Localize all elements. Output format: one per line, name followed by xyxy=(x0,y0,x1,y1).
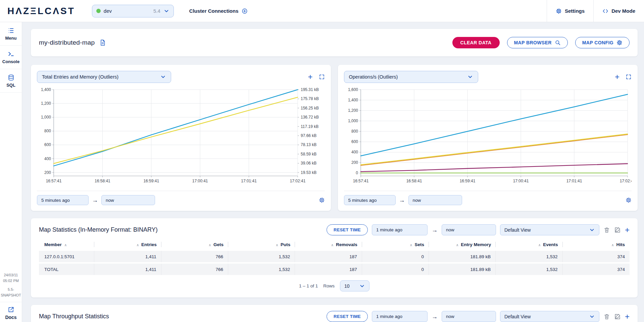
time-from-input[interactable]: 5 minutes ago xyxy=(344,195,396,205)
add-view-button[interactable]: + xyxy=(625,226,630,234)
table-row[interactable]: TOTAL1,4117661,5321870181.89 kB1,532374 xyxy=(39,264,630,275)
add-cluster-connection-icon[interactable] xyxy=(242,8,248,14)
view-select[interactable]: Default View xyxy=(500,224,599,235)
svg-text:400: 400 xyxy=(351,150,358,154)
svg-text:1,200: 1,200 xyxy=(348,108,358,113)
sidebar-item-menu[interactable]: Menu xyxy=(0,22,22,46)
svg-text:0: 0 xyxy=(356,171,358,175)
column-header[interactable]: ∧Removals xyxy=(295,242,362,247)
chart-settings-gear-icon[interactable] xyxy=(319,197,325,203)
metric-select[interactable]: Total Entries and Memory (Outliers) xyxy=(37,71,171,83)
reset-time-button[interactable]: RESET TIME xyxy=(327,224,368,235)
table-cell: 1,532 xyxy=(228,264,295,275)
line-chart: 16:57:4116:58:4116:59:4117:00:4117:01:41… xyxy=(344,87,632,186)
sidebar-item-sql[interactable]: SQL xyxy=(0,69,22,93)
add-view-button[interactable]: + xyxy=(625,313,630,321)
column-header[interactable]: Member∧ xyxy=(39,242,94,247)
map-throughput-title: Map Throughput Statistics xyxy=(39,313,109,320)
time-to-input[interactable]: now xyxy=(442,224,496,235)
pagination: 1 – 1 of 1 Rows 10 xyxy=(39,280,630,291)
svg-text:16:57:41: 16:57:41 xyxy=(46,179,62,183)
time-to-input[interactable]: now xyxy=(408,195,462,205)
svg-text:17:00:41: 17:00:41 xyxy=(192,179,208,183)
time-to-input[interactable]: now xyxy=(101,195,155,205)
map-config-label: MAP CONFIG xyxy=(582,40,613,45)
chevron-down-icon xyxy=(359,283,365,289)
table-row[interactable]: 127.0.0.1:57011,4117661,5321870181.89 kB… xyxy=(39,251,630,262)
table-cell: TOTAL xyxy=(39,264,94,275)
table-cell: 1,411 xyxy=(94,251,161,262)
dev-mode-button[interactable]: Dev Mode xyxy=(593,0,644,22)
svg-text:400: 400 xyxy=(44,156,51,161)
svg-text:16:59:41: 16:59:41 xyxy=(459,179,475,183)
code-icon xyxy=(602,8,608,14)
svg-text:1,400: 1,400 xyxy=(348,98,358,102)
sidebar: Menu Console SQL 24/03/11 05:02 PM 5.5- … xyxy=(0,22,22,322)
add-chart-icon[interactable]: + xyxy=(308,73,312,81)
column-header[interactable]: ∧Gets xyxy=(161,242,228,247)
svg-text:175.78 kB: 175.78 kB xyxy=(301,96,319,101)
delete-view-button[interactable] xyxy=(603,227,610,233)
column-header[interactable]: ∧Hits xyxy=(563,242,630,247)
range-arrow-icon: → xyxy=(399,197,405,203)
rows-per-page-select[interactable]: 10 xyxy=(340,280,369,291)
edit-view-button[interactable] xyxy=(614,227,621,233)
cluster-version: 5.4 xyxy=(153,8,160,14)
clear-data-button[interactable]: CLEAR DATA xyxy=(452,37,500,48)
map-browser-button[interactable]: MAP BROWSER xyxy=(507,37,568,48)
metric-select-value: Total Entries and Memory (Outliers) xyxy=(42,74,118,80)
cluster-name: dev xyxy=(104,8,112,14)
time-from-input[interactable]: 5 minutes ago xyxy=(37,195,89,205)
reset-time-button[interactable]: RESET TIME xyxy=(327,311,368,322)
view-select-value: Default View xyxy=(504,314,531,319)
table-cell: 127.0.0.1:5701 xyxy=(39,251,94,262)
svg-text:16:58:41: 16:58:41 xyxy=(406,179,422,183)
settings-button[interactable]: Settings xyxy=(547,0,593,22)
column-header[interactable]: ∧Puts xyxy=(228,242,295,247)
svg-text:200: 200 xyxy=(44,170,51,175)
svg-text:195.31 kB: 195.31 kB xyxy=(301,87,319,92)
sidebar-sql-label: SQL xyxy=(6,83,15,88)
chart-card-operations: Operations/s (Outliers) + 16:57:4116:58:… xyxy=(338,65,638,211)
delete-view-button[interactable] xyxy=(603,313,610,320)
column-header[interactable]: ∧Sets xyxy=(362,242,429,247)
map-statistics-title: Map Statistics (In-Memory Format: BINARY… xyxy=(39,226,158,233)
table-cell: 766 xyxy=(161,251,228,262)
range-arrow-icon: → xyxy=(432,314,438,320)
time-from-input[interactable]: 1 minute ago xyxy=(372,311,428,322)
table-cell: 181.89 kB xyxy=(429,264,496,275)
column-header[interactable]: ∧Entry Memory xyxy=(429,242,496,247)
edit-icon xyxy=(614,313,621,320)
cluster-select[interactable]: dev 5.4 xyxy=(92,5,174,17)
sidebar-item-console[interactable]: Console xyxy=(0,46,22,69)
table-cell: 1,532 xyxy=(496,251,562,262)
edit-view-button[interactable] xyxy=(614,313,621,320)
settings-label: Settings xyxy=(565,8,585,14)
add-chart-icon[interactable]: + xyxy=(615,73,620,81)
metric-select-value: Operations/s (Outliers) xyxy=(349,74,398,80)
column-header[interactable]: ∧Entries xyxy=(94,242,161,247)
metric-select[interactable]: Operations/s (Outliers) xyxy=(344,71,478,83)
chart-settings-gear-icon[interactable] xyxy=(626,197,632,203)
map-doc-icon[interactable] xyxy=(99,39,106,46)
gear-icon xyxy=(556,8,562,14)
time-to-input[interactable]: now xyxy=(442,311,496,322)
view-select[interactable]: Default View xyxy=(500,311,599,322)
sidebar-item-docs[interactable]: Docs xyxy=(0,302,22,320)
fullscreen-icon[interactable] xyxy=(626,74,632,80)
svg-text:1,400: 1,400 xyxy=(41,87,51,92)
column-header[interactable]: ∧Events xyxy=(496,242,562,247)
table-cell: 187 xyxy=(295,251,362,262)
rows-per-page-value: 10 xyxy=(344,283,350,289)
fullscreen-icon[interactable] xyxy=(319,74,325,80)
time-from-input[interactable]: 1 minute ago xyxy=(372,224,428,235)
table-cell: 374 xyxy=(563,264,630,275)
chevron-down-icon xyxy=(163,8,169,14)
stats-table-body: 127.0.0.1:57011,4117661,5321870181.89 kB… xyxy=(39,251,630,275)
table-cell: 181.89 kB xyxy=(429,251,496,262)
gear-icon xyxy=(616,40,623,46)
svg-text:800: 800 xyxy=(351,129,358,134)
trash-icon xyxy=(603,227,610,233)
dev-mode-label: Dev Mode xyxy=(611,8,635,14)
map-config-button[interactable]: MAP CONFIG xyxy=(575,37,630,48)
